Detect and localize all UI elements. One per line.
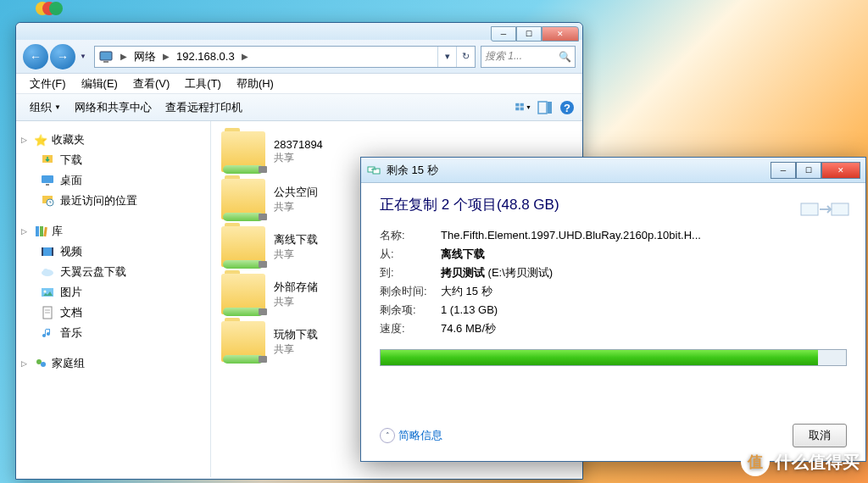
favorites-group[interactable]: ▷⭐收藏夹 xyxy=(16,130,210,150)
value-items-left: 1 (1.13 GB) xyxy=(441,301,847,319)
menu-tools[interactable]: 工具(T) xyxy=(178,75,228,93)
watermark: 值 什么值得买 xyxy=(741,447,860,476)
share-folder-icon xyxy=(221,274,265,314)
svg-rect-14 xyxy=(42,175,53,183)
folder-name: 公共空间 xyxy=(274,185,318,200)
svg-rect-22 xyxy=(42,247,43,256)
breadcrumb-sep[interactable]: ▶ xyxy=(238,52,252,61)
svg-rect-36 xyxy=(832,203,849,215)
label-time-left: 剩余时间: xyxy=(380,282,441,301)
breadcrumb-host[interactable]: 192.168.0.3 xyxy=(173,48,238,64)
star-icon: ⭐ xyxy=(33,132,48,147)
taskbar-app-icon[interactable] xyxy=(34,0,66,17)
svg-text:?: ? xyxy=(564,102,570,114)
cancel-button[interactable]: 取消 xyxy=(793,424,847,447)
value-to[interactable]: 拷贝测试 (E:\拷贝测试) xyxy=(441,264,847,282)
dialog-maximize-button[interactable]: ☐ xyxy=(796,162,821,179)
breadcrumb-sep[interactable]: ▶ xyxy=(159,52,173,61)
sidebar-downloads[interactable]: 下载 xyxy=(16,150,210,170)
remote-printer-button[interactable]: 查看远程打印机 xyxy=(159,97,249,119)
explorer-navbar: ← → ▼ ▶ 网络 ▶ 192.168.0.3 ▶ ▾ ↻ 搜索 1... 🔍 xyxy=(16,40,582,74)
copy-icon xyxy=(366,163,381,178)
sidebar-desktop[interactable]: 桌面 xyxy=(16,170,210,191)
desktop-icon xyxy=(40,173,55,188)
svg-rect-18 xyxy=(36,226,39,236)
address-dropdown-button[interactable]: ▾ xyxy=(437,47,456,67)
menu-edit[interactable]: 编辑(E) xyxy=(75,75,125,93)
sidebar-recent[interactable]: 最近访问的位置 xyxy=(16,191,210,211)
explorer-titlebar[interactable]: ─ ☐ ✕ xyxy=(16,23,582,40)
copy-graphic xyxy=(799,192,850,225)
svg-rect-3 xyxy=(100,52,112,60)
sidebar-cloud-download[interactable]: 天翼云盘下载 xyxy=(16,262,210,282)
menu-bar: 文件(F) 编辑(E) 查看(V) 工具(T) 帮助(H) xyxy=(16,74,582,94)
copy-details: 名称:The.Fifth.Element.1997.UHD.BluRay.216… xyxy=(380,226,847,339)
libraries-group[interactable]: ▷库 xyxy=(16,221,210,242)
menu-help[interactable]: 帮助(H) xyxy=(230,75,281,93)
search-input[interactable]: 搜索 1... 🔍 xyxy=(481,46,576,68)
sidebar-documents[interactable]: 文档 xyxy=(16,303,210,323)
folder-type: 共享 xyxy=(274,151,323,165)
document-icon xyxy=(40,305,55,320)
network-center-button[interactable]: 网络和共享中心 xyxy=(68,97,159,119)
svg-rect-7 xyxy=(515,108,519,111)
svg-rect-6 xyxy=(520,103,524,107)
view-options-button[interactable]: ▼ xyxy=(515,99,531,116)
folder-name: 玩物下载 xyxy=(274,327,318,342)
folder-name: 离线下载 xyxy=(274,232,318,247)
label-from: 从: xyxy=(380,245,441,264)
close-button[interactable]: ✕ xyxy=(542,26,579,42)
navigation-pane: ▷⭐收藏夹 下载 桌面 最近访问的位置 ▷库 视频 天翼云盘下载 图片 文档 音… xyxy=(16,121,211,477)
sidebar-music[interactable]: 音乐 xyxy=(16,323,210,343)
minimize-button[interactable]: ─ xyxy=(491,26,516,42)
recent-icon xyxy=(40,193,55,208)
nav-forward-button[interactable]: → xyxy=(50,44,75,69)
search-placeholder: 搜索 1... xyxy=(485,49,522,64)
dialog-close-button[interactable]: ✕ xyxy=(821,162,860,179)
folder-type: 共享 xyxy=(274,247,318,262)
dialog-titlebar[interactable]: 剩余 15 秒 ─ ☐ ✕ xyxy=(361,158,865,183)
svg-rect-4 xyxy=(103,61,108,63)
label-to: 到: xyxy=(380,264,441,282)
progress-bar xyxy=(380,349,847,366)
library-icon xyxy=(33,224,48,239)
menu-file[interactable]: 文件(F) xyxy=(23,75,73,93)
folder-type: 共享 xyxy=(274,295,318,309)
breadcrumb-sep[interactable]: ▶ xyxy=(117,52,131,61)
homegroup[interactable]: ▷家庭组 xyxy=(16,353,210,374)
video-icon xyxy=(40,244,55,259)
help-button[interactable]: ? xyxy=(559,99,576,116)
address-bar[interactable]: ▶ 网络 ▶ 192.168.0.3 ▶ ▾ ↻ xyxy=(94,46,476,68)
svg-rect-10 xyxy=(548,102,552,114)
share-folder-icon xyxy=(221,131,265,172)
refresh-button[interactable]: ↻ xyxy=(456,47,475,67)
download-icon xyxy=(40,153,55,168)
label-speed: 速度: xyxy=(380,319,441,338)
breadcrumb-network[interactable]: 网络 xyxy=(131,47,159,66)
svg-rect-23 xyxy=(52,247,53,256)
svg-point-2 xyxy=(49,2,63,15)
svg-rect-9 xyxy=(538,102,547,114)
search-icon[interactable]: 🔍 xyxy=(559,51,571,63)
sidebar-pictures[interactable]: 图片 xyxy=(16,282,210,303)
dialog-minimize-button[interactable]: ─ xyxy=(771,162,796,179)
folder-name: 28371894 xyxy=(274,138,323,151)
homegroup-icon xyxy=(33,356,48,371)
value-from[interactable]: 离线下载 xyxy=(441,245,847,264)
menu-view[interactable]: 查看(V) xyxy=(126,75,176,93)
sidebar-videos[interactable]: 视频 xyxy=(16,242,210,262)
preview-pane-button[interactable] xyxy=(537,99,554,116)
value-name: The.Fifth.Element.1997.UHD.BluRay.2160p.… xyxy=(441,226,847,245)
maximize-button[interactable]: ☐ xyxy=(516,26,542,42)
toggle-details-button[interactable]: ˄ 简略信息 xyxy=(380,428,442,443)
svg-rect-15 xyxy=(46,184,49,186)
svg-rect-5 xyxy=(515,103,519,107)
svg-point-32 xyxy=(41,362,46,367)
cloud-icon xyxy=(40,264,55,280)
music-icon xyxy=(40,325,55,341)
organize-button[interactable]: 组织 ▼ xyxy=(23,97,68,119)
nav-back-button[interactable]: ← xyxy=(23,44,48,69)
nav-history-dropdown[interactable]: ▼ xyxy=(77,48,89,65)
watermark-text: 什么值得买 xyxy=(775,451,860,474)
svg-rect-20 xyxy=(43,227,47,236)
